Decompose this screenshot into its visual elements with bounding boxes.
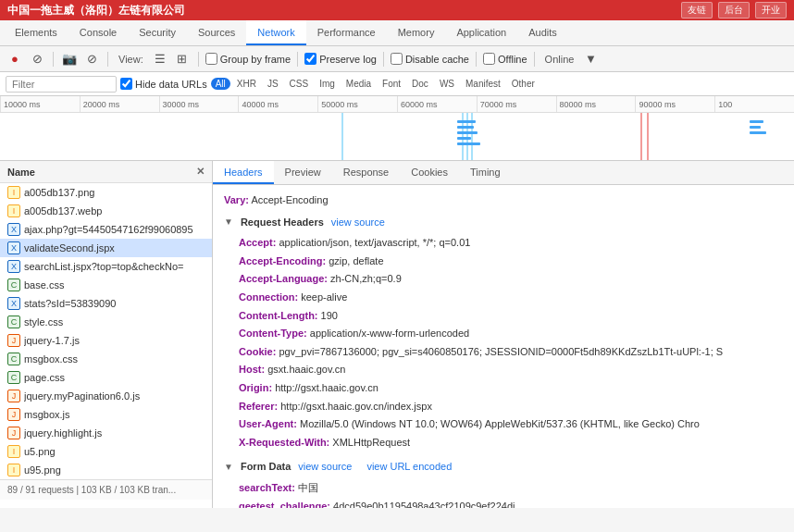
request-headers-section[interactable]: ▼ Request Headers view source xyxy=(224,215,783,231)
header-row: Referer: http://gsxt.haaic.gov.cn/index.… xyxy=(239,398,783,416)
detail-tab-preview[interactable]: Preview xyxy=(274,161,332,184)
detail-tab-cookies[interactable]: Cookies xyxy=(400,161,459,184)
header-name: Accept-Language: xyxy=(239,273,328,284)
view-source-link[interactable]: view source xyxy=(331,215,385,231)
header-row: Content-Type: application/x-www-form-url… xyxy=(239,325,783,343)
svg-rect-8 xyxy=(457,131,478,134)
toolbar-sep-3 xyxy=(198,52,199,67)
form-data-section[interactable]: ▼ Form Data view source view URL encoded xyxy=(224,459,783,476)
filter-tag-img[interactable]: Img xyxy=(315,78,340,90)
header-name: X-Requested-With: xyxy=(239,437,329,448)
tab-audits[interactable]: Audits xyxy=(517,20,568,45)
file-item[interactable]: Jjquery-1.7.js xyxy=(0,331,212,350)
filter-tag-other[interactable]: Other xyxy=(507,78,540,90)
timeline-tick-0: 10000 ms xyxy=(0,96,80,112)
file-name: jquery.highlight.js xyxy=(24,427,102,439)
tab-console[interactable]: Console xyxy=(68,20,128,45)
header-name: Referer: xyxy=(239,401,278,412)
detail-tab-headers[interactable]: Headers xyxy=(213,161,274,184)
file-list-close[interactable]: ✕ xyxy=(196,166,205,178)
header-row: X-Requested-With: XMLHttpRequest xyxy=(239,434,783,452)
group-by-frame-checkbox[interactable]: Group by frame xyxy=(205,53,291,65)
record-button[interactable]: ● xyxy=(6,50,24,68)
file-item[interactable]: Ia005db137.webp xyxy=(0,202,212,220)
list-view-button[interactable]: ☰ xyxy=(151,50,169,68)
file-item[interactable]: Cpage.css xyxy=(0,368,212,387)
filter-tag-doc[interactable]: Doc xyxy=(407,78,433,90)
header-row: Cookie: pgv_pvi=7867136000; pgv_si=s4060… xyxy=(239,343,783,362)
tab-performance[interactable]: Performance xyxy=(306,20,387,45)
filter-bar: Hide data URLs AllXHRJSCSSImgMediaFontDo… xyxy=(0,72,794,96)
tab-application[interactable]: Application xyxy=(445,20,517,45)
form-field-name: searchText: xyxy=(239,482,295,493)
online-dropdown[interactable]: ▼ xyxy=(581,50,600,68)
header-value: 190 xyxy=(321,310,338,321)
filter-tag-all[interactable]: All xyxy=(211,78,230,90)
form-data-arrow: ▼ xyxy=(224,460,233,475)
file-item[interactable]: Iu5.png xyxy=(0,442,212,461)
offline-checkbox[interactable]: Offline xyxy=(483,53,527,65)
camera-button[interactable]: 📷 xyxy=(60,50,79,68)
tab-security[interactable]: Security xyxy=(128,20,187,45)
request-headers-label: Request Headers xyxy=(241,215,324,231)
file-item[interactable]: Xstats?sId=53839090 xyxy=(0,294,212,313)
file-name: searchList.jspx?top=top&checkNo= xyxy=(24,261,183,272)
tab-elements[interactable]: Elements xyxy=(4,20,68,45)
banner-btn-0[interactable]: 友链 xyxy=(681,2,713,19)
filter-tag-manifest[interactable]: Manifest xyxy=(461,78,505,90)
svg-rect-13 xyxy=(750,131,766,134)
file-item[interactable]: Cmsgbox.css xyxy=(0,350,212,368)
form-view-source-link[interactable]: view source xyxy=(298,459,352,476)
header-row: Host: gsxt.haaic.gov.cn xyxy=(239,361,783,379)
file-item[interactable]: Jmsgbox.js xyxy=(0,405,212,424)
detail-tab-response[interactable]: Response xyxy=(332,161,401,184)
file-icon: I xyxy=(7,445,20,458)
filter-tag-ws[interactable]: WS xyxy=(435,78,459,90)
request-headers-rows: Accept: application/json, text/javascrip… xyxy=(224,234,783,452)
file-item[interactable]: XsearchList.jspx?top=top&checkNo= xyxy=(0,257,212,276)
header-name: Content-Length: xyxy=(239,310,318,321)
file-item[interactable]: Iu95.png xyxy=(0,461,212,479)
filter-tag-font[interactable]: Font xyxy=(378,78,405,90)
banner-btn-2[interactable]: 开业 xyxy=(755,2,787,19)
svg-rect-11 xyxy=(750,120,763,123)
file-item[interactable]: Cstyle.css xyxy=(0,313,212,331)
file-icon: J xyxy=(7,408,20,421)
banner-btn-1[interactable]: 后台 xyxy=(718,2,750,19)
file-icon: I xyxy=(7,464,20,476)
header-value: gsxt.haaic.gov.cn xyxy=(267,364,345,375)
file-item[interactable]: Jjquery.highlight.js xyxy=(0,424,212,442)
file-item[interactable]: Ia005db137.png xyxy=(0,183,212,202)
file-item[interactable]: XvalidateSecond.jspx xyxy=(0,239,212,257)
timeline-chart xyxy=(0,113,794,161)
filter-button[interactable]: ⊘ xyxy=(82,50,101,68)
file-item[interactable]: Jjquery.myPagination6.0.js xyxy=(0,387,212,405)
group-view-button[interactable]: ⊞ xyxy=(173,50,192,68)
file-item[interactable]: Cbase.css xyxy=(0,276,212,294)
tab-network[interactable]: Network xyxy=(246,20,305,45)
disable-cache-checkbox[interactable]: Disable cache xyxy=(391,53,469,65)
file-name: validateSecond.jspx xyxy=(24,242,115,254)
svg-rect-9 xyxy=(457,137,471,140)
form-view-url-link[interactable]: view URL encoded xyxy=(366,459,452,476)
header-name: Origin: xyxy=(239,382,272,393)
tab-memory[interactable]: Memory xyxy=(387,20,446,45)
hide-data-urls-checkbox[interactable]: Hide data URLs xyxy=(120,78,207,90)
file-icon: C xyxy=(7,371,20,384)
devtools-tabs: Elements Console Security Sources Networ… xyxy=(0,20,794,46)
file-item[interactable]: Xajax.php?gt=54450547162f99060895 xyxy=(0,220,212,239)
timeline-tick-5: 60000 ms xyxy=(397,96,477,112)
filter-tag-js[interactable]: JS xyxy=(263,78,283,90)
detail-tab-timing[interactable]: Timing xyxy=(459,161,512,184)
filter-tag-media[interactable]: Media xyxy=(341,78,376,90)
preserve-log-checkbox[interactable]: Preserve log xyxy=(304,53,377,65)
filter-tag-css[interactable]: CSS xyxy=(285,78,314,90)
main-area: Name ✕ Ia005db137.pngIa005db137.webpXaja… xyxy=(0,161,794,508)
stop-button[interactable]: ⊘ xyxy=(28,50,46,68)
file-icon: I xyxy=(7,186,20,199)
filter-input[interactable] xyxy=(6,76,117,93)
filter-tag-xhr[interactable]: XHR xyxy=(232,78,261,90)
header-name: User-Agent: xyxy=(239,418,297,429)
file-icon: X xyxy=(7,223,20,236)
tab-sources[interactable]: Sources xyxy=(187,20,246,45)
